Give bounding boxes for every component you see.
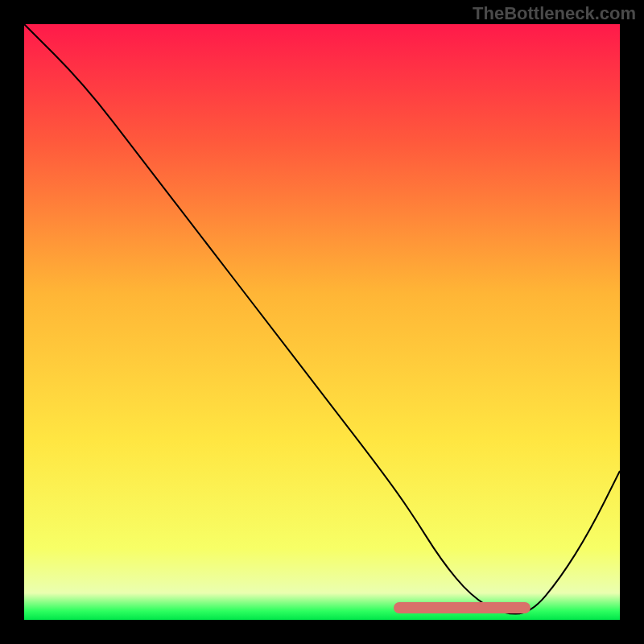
bottleneck-curve — [24, 24, 620, 620]
bottleneck-chart — [24, 24, 620, 620]
watermark-text: TheBottleneck.com — [473, 3, 636, 24]
optimal-range-marker — [394, 602, 530, 613]
